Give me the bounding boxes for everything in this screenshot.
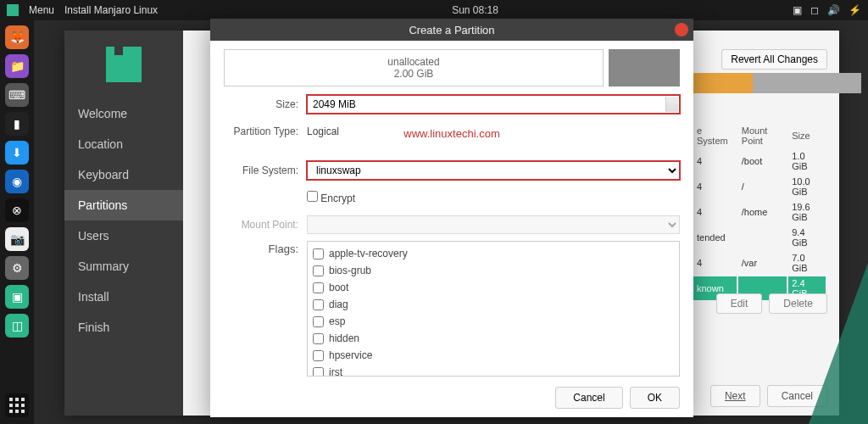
flag-checkbox[interactable] <box>313 316 324 327</box>
flags-list[interactable]: apple-tv-recoverybios-grubbootdiagesphid… <box>307 241 680 377</box>
flag-checkbox[interactable] <box>313 299 324 310</box>
sidebar-item-users[interactable]: Users <box>64 220 183 251</box>
sidebar-item-partitions[interactable]: Partitions <box>64 190 183 220</box>
tray-screen-icon[interactable]: ◻ <box>810 4 819 16</box>
sidebar-item-summary[interactable]: Summary <box>64 251 183 282</box>
dock: 🦊 📁 ⌨ ▮ ⬇ ◉ ⊗ 📷 ⚙ ▣ ◫ <box>0 20 34 424</box>
dock-files-icon[interactable]: 📁 <box>5 54 29 78</box>
unallocated-segment[interactable]: unallocated 2.00 GiB <box>224 49 604 86</box>
table-row[interactable]: 4/var7.0 GiB <box>693 251 826 275</box>
flag-item[interactable]: irst <box>313 364 674 377</box>
flag-checkbox[interactable] <box>313 248 324 259</box>
filesystem-label: File System: <box>224 165 298 176</box>
next-button[interactable]: Next <box>710 385 760 407</box>
sidebar-item-install[interactable]: Install <box>64 282 183 312</box>
sidebar-item-location[interactable]: Location <box>64 129 183 159</box>
size-label: Size: <box>224 98 298 110</box>
dock-system-icon[interactable]: ⚙ <box>5 256 29 280</box>
dialog-titlebar: Create a Partition <box>210 19 693 41</box>
encrypt-checkbox[interactable] <box>307 191 318 202</box>
partition-type-label: Partition Type: <box>224 126 298 137</box>
flag-item[interactable]: esp <box>313 313 674 330</box>
tray-volume-icon[interactable]: 🔊 <box>827 4 840 16</box>
sidebar-item-keyboard[interactable]: Keyboard <box>64 159 183 190</box>
flag-checkbox[interactable] <box>313 333 324 344</box>
flag-item[interactable]: hidden <box>313 330 674 347</box>
dock-download-icon[interactable]: ⬇ <box>5 141 29 165</box>
flag-checkbox[interactable] <box>313 282 324 293</box>
table-row[interactable]: 4/boot1.0 GiB <box>693 149 826 173</box>
watermark-text: www.linuxtechi.com <box>403 127 499 140</box>
dock-settings-icon[interactable]: ⊗ <box>5 198 29 222</box>
tray-power-icon[interactable]: ⚡ <box>849 4 861 16</box>
dialog-cancel-button[interactable]: Cancel <box>555 387 622 409</box>
edit-button[interactable]: Edit <box>716 293 763 314</box>
dock-app-icon[interactable]: ◉ <box>5 170 29 193</box>
encrypt-label: Encrypt <box>320 192 355 204</box>
dialog-close-icon[interactable] <box>675 23 688 36</box>
tray-display-icon[interactable]: ▣ <box>793 4 802 16</box>
mount-point-label: Mount Point: <box>224 219 298 231</box>
partition-table: e SystemMount PointSize 4/boot1.0 GiB4/1… <box>692 122 827 302</box>
top-panel: Menu Install Manjaro Linux Sun 08:18 ▣ ◻… <box>0 0 868 20</box>
flag-checkbox[interactable] <box>313 350 324 361</box>
size-input[interactable] <box>307 95 680 114</box>
dock-screenshot-icon[interactable]: 📷 <box>5 227 29 251</box>
used-segment <box>609 49 680 86</box>
flag-item[interactable]: bios-grub <box>313 262 674 279</box>
manjaro-logo-icon <box>7 4 19 16</box>
flag-item[interactable]: diag <box>313 296 674 313</box>
dock-installer-icon[interactable]: ▣ <box>5 285 29 309</box>
clock[interactable]: Sun 08:18 <box>452 4 498 16</box>
flag-item[interactable]: boot <box>313 279 674 296</box>
revert-all-button[interactable]: Revert All Changes <box>721 49 827 70</box>
table-row[interactable]: 4/10.0 GiB <box>693 175 826 198</box>
filesystem-select[interactable]: linuxswap <box>307 161 680 180</box>
table-row[interactable]: 4/home19.6 GiB <box>693 200 826 224</box>
installer-logo <box>64 31 183 98</box>
dialog-ok-button[interactable]: OK <box>630 387 680 409</box>
sidebar-item-welcome[interactable]: Welcome <box>64 98 183 129</box>
flag-item[interactable]: hpservice <box>313 347 674 364</box>
flag-checkbox[interactable] <box>313 367 324 377</box>
installer-sidebar: WelcomeLocationKeyboardPartitionsUsersSu… <box>64 31 183 416</box>
sidebar-item-finish[interactable]: Finish <box>64 312 183 343</box>
dock-manjaro-icon[interactable]: ◫ <box>5 314 29 338</box>
mount-point-select <box>307 215 680 234</box>
dock-terminal2-icon[interactable]: ▮ <box>5 112 29 136</box>
active-window-title[interactable]: Install Manjaro Linux <box>64 4 158 16</box>
create-partition-dialog: Create a Partition unallocated 2.00 GiB … <box>210 19 693 417</box>
flag-item[interactable]: apple-tv-recovery <box>313 245 674 262</box>
dock-terminal-icon[interactable]: ⌨ <box>5 83 29 107</box>
table-row[interactable]: tended9.4 GiB <box>693 226 826 249</box>
partition-preview: unallocated 2.00 GiB <box>224 49 680 86</box>
menu-button[interactable]: Menu <box>29 4 54 16</box>
flags-label: Flags: <box>224 241 298 255</box>
wallpaper-decoration <box>809 263 868 424</box>
dialog-title: Create a Partition <box>409 24 494 36</box>
flag-checkbox[interactable] <box>313 265 324 276</box>
dock-apps-grid-icon[interactable] <box>5 393 29 417</box>
dock-firefox-icon[interactable]: 🦊 <box>5 25 29 49</box>
